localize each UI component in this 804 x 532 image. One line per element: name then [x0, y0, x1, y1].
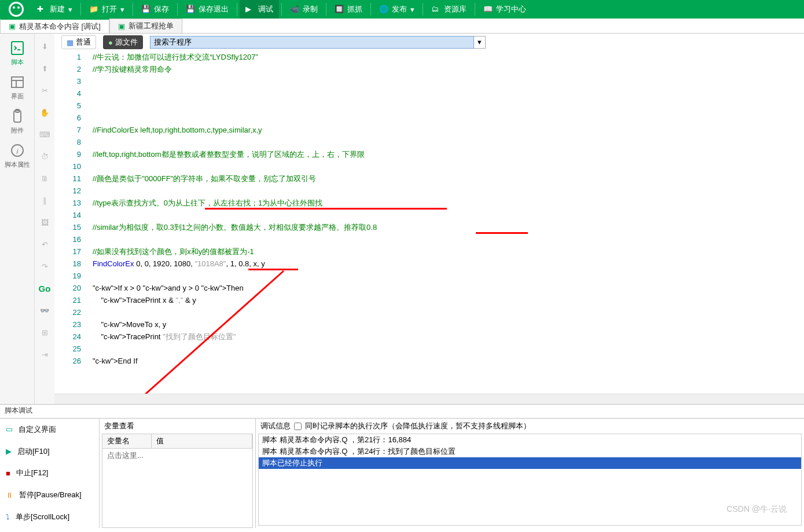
record-order-label: 同时记录脚本的执行次序（会降低执行速度，暂不支持多线程脚本）	[305, 421, 531, 431]
sidebar-script[interactable]: 脚本	[0, 37, 34, 70]
delay-icon[interactable]: ⏱	[38, 149, 52, 163]
file-tab-bar: ▣ 精灵基本命令内容 [调试] ▣ 新疆工程抢单	[0, 19, 804, 34]
pic-icon[interactable]: 🖼	[38, 215, 52, 229]
new-button[interactable]: ✚新建▾	[31, 0, 78, 19]
plus-icon: ✚	[37, 5, 46, 14]
debug-info: 调试信息 同时记录脚本的执行次序（会降低执行速度，暂不支持多线程脚本） 脚本 精…	[256, 419, 804, 528]
debug-button[interactable]: ▶调试	[240, 0, 279, 19]
tab-label: 精灵基本命令内容 [调试]	[19, 21, 101, 32]
study-center-button[interactable]: 📖学习中心	[478, 0, 532, 19]
annotation-underline-2	[476, 232, 528, 234]
svg-point-3	[17, 6, 20, 9]
book-icon: 📖	[483, 5, 493, 14]
annotation-underline-1	[205, 208, 447, 210]
comment-icon[interactable]: ∥	[38, 193, 52, 207]
group-icon[interactable]: ⊞	[38, 325, 52, 339]
save-exit-button[interactable]: 💾保存退出	[180, 0, 234, 19]
top-toolbar: ✚新建▾ 📁打开▾ 💾保存 💾保存退出 ▶调试 📹录制 🔲抓抓 🌐发布▾ 🗂资源…	[0, 0, 804, 19]
grab-icon: 🔲	[335, 5, 344, 14]
debug-panel: ▭自定义界面 ▶启动[F10] ■中止[F12] ⏸暂停[Pause/Break…	[0, 418, 804, 528]
edit-icon-column: ⬇ ⬆ ✂ ✋ ⌨ ⏱ 🗎 ∥ 🖼 ↶ ↷ Go 👓 ⊞ ⇥	[35, 34, 54, 404]
pause-button[interactable]: ⏸暂停[Pause/Break]	[0, 484, 99, 506]
publish-button[interactable]: 🌐发布▾	[373, 0, 420, 19]
sidebar-ui[interactable]: 界面	[0, 71, 34, 104]
save-button[interactable]: 💾保存	[135, 0, 175, 19]
search-subroutine: ▾	[150, 36, 486, 49]
play-icon: ▶	[245, 5, 255, 14]
save-exit-icon: 💾	[186, 5, 195, 14]
export-icon[interactable]: ⇥	[38, 347, 52, 361]
start-button[interactable]: ▶启动[F10]	[0, 441, 99, 463]
resource-lib-button[interactable]: 🗂资源库	[425, 0, 472, 19]
lib-icon: 🗂	[431, 5, 440, 14]
code-editor[interactable]: 1234567891011121314151617181920212223242…	[54, 51, 804, 394]
globe-icon: 🌐	[379, 5, 388, 14]
search-input[interactable]	[150, 36, 474, 49]
variable-table[interactable]: 变量名 值 点击这里...	[102, 434, 253, 528]
doc-icon: ▣	[9, 22, 16, 31]
tab-label: 新疆工程抢单	[129, 21, 174, 31]
annotation-underline-3	[248, 269, 298, 270]
step-icon: ⤵	[6, 513, 10, 522]
binoculars-icon[interactable]: 👓	[38, 303, 52, 317]
go-icon[interactable]: Go	[38, 281, 52, 295]
watermark: CSDN @牛·云说	[726, 504, 787, 515]
source-view-button[interactable]: ●源文件	[103, 35, 143, 49]
normal-view-button[interactable]: ▦普通	[61, 35, 96, 49]
var-name-header: 变量名	[102, 434, 152, 448]
up-icon[interactable]: ⬆	[38, 61, 52, 75]
svg-point-2	[13, 6, 15, 9]
sidebar-props[interactable]: i 脚本属性	[0, 140, 34, 173]
var-hint-row[interactable]: 点击这里...	[102, 449, 252, 463]
svg-rect-4	[12, 42, 23, 54]
code-lines[interactable]: //牛云说：加微信可以进行技术交流“LYDSfly1207”//学习按键精灵常用…	[87, 51, 804, 394]
horizontal-scrollbar[interactable]	[54, 394, 804, 404]
pause-icon: ⏸	[6, 491, 13, 500]
debug-info-title: 调试信息	[260, 421, 291, 431]
stop-button[interactable]: ■中止[F12]	[0, 463, 99, 485]
editor-toolbar: ▦普通 ●源文件 ▾	[54, 34, 804, 51]
app-logo	[2, 0, 30, 19]
cut-icon[interactable]: ✂	[38, 83, 52, 97]
stop-icon: ■	[6, 469, 10, 478]
redo-icon[interactable]: ↷	[38, 259, 52, 273]
down-icon[interactable]: ⬇	[38, 39, 52, 53]
editor-panel: ▦普通 ●源文件 ▾ 12345678910111213141516171819…	[54, 34, 804, 404]
play-icon: ▶	[6, 447, 12, 456]
window-icon: ▭	[6, 425, 13, 434]
line-gutter: 1234567891011121314151617181920212223242…	[54, 51, 87, 394]
doc-icon: ▣	[118, 22, 125, 31]
variable-watch: 变量查看 变量名 值 点击这里...	[100, 419, 256, 528]
debug-controls: ▭自定义界面 ▶启动[F10] ■中止[F12] ⏸暂停[Pause/Break…	[0, 419, 100, 528]
custom-ui-button[interactable]: ▭自定义界面	[0, 419, 99, 441]
var-watch-title: 变量查看	[100, 419, 255, 434]
svg-point-1	[10, 3, 22, 15]
left-sidebar: 脚本 界面 附件 i 脚本属性	[0, 34, 35, 404]
record-icon: 📹	[290, 5, 299, 14]
sidebar-attachment[interactable]: 附件	[0, 105, 34, 138]
undo-icon[interactable]: ↶	[38, 237, 52, 251]
hand-icon[interactable]: ✋	[38, 105, 52, 119]
file-tab-2[interactable]: ▣ 新疆工程抢单	[109, 19, 182, 33]
record-button[interactable]: 📹录制	[284, 0, 324, 19]
svg-rect-6	[12, 77, 23, 87]
main-area: 脚本 界面 附件 i 脚本属性 ⬇ ⬆ ✂ ✋ ⌨ ⏱ 🗎 ∥ 🖼 ↶ ↷ Go…	[0, 34, 804, 404]
save-icon: 💾	[141, 5, 150, 14]
var-value-header: 值	[152, 434, 252, 448]
doc-icon[interactable]: 🗎	[38, 171, 52, 185]
grab-button[interactable]: 🔲抓抓	[329, 0, 368, 19]
open-button[interactable]: 📁打开▾	[83, 0, 130, 19]
step-button[interactable]: ⤵单步[ScrollLock]	[0, 506, 99, 528]
keyboard-icon[interactable]: ⌨	[38, 127, 52, 141]
debug-title: 脚本调试	[0, 404, 804, 418]
record-order-checkbox[interactable]	[294, 423, 302, 430]
file-tab-1[interactable]: ▣ 精灵基本命令内容 [调试]	[0, 19, 109, 33]
debug-output[interactable]: 脚本 精灵基本命令内容.Q ，第21行：16,884脚本 精灵基本命令内容.Q …	[258, 434, 802, 526]
svg-text:i: i	[16, 147, 19, 156]
search-dropdown[interactable]: ▾	[474, 36, 486, 49]
folder-icon: 📁	[89, 5, 98, 14]
